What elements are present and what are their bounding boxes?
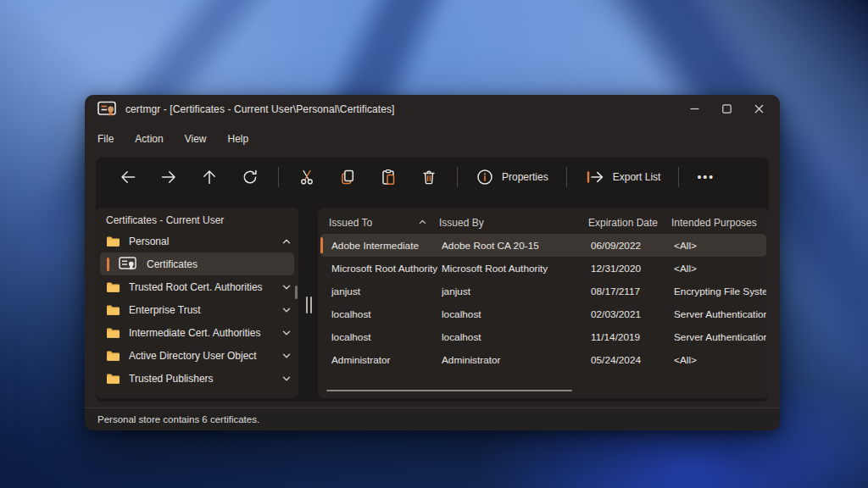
tree-item-trusted-publishers[interactable]: Trusted Publishers [96,367,298,390]
up-button[interactable] [201,169,218,186]
tree-item-chevron[interactable] [281,374,292,384]
cell-intended-purposes: Encrypting File System [674,286,766,297]
folder-icon [106,350,120,362]
tree-scrollbar-thumb[interactable] [295,286,298,299]
column-header-intended-purposes[interactable]: Intended Purposes [671,217,764,229]
content-zone: Properties Export List ••• Certificates … [96,158,769,402]
tree-item-label: Certificates [147,258,198,270]
cell-issued-to: Administrator [331,354,442,366]
tree-item-chevron[interactable] [281,282,292,292]
back-button[interactable] [120,169,136,186]
cell-issued-by: Adobe Root CA 20-15 [442,240,591,252]
horizontal-scrollbar-thumb[interactable] [326,390,572,391]
more-button[interactable]: ••• [697,170,715,184]
maximize-button[interactable] [710,95,743,123]
certmgr-window: certmgr - [Certificates - Current User\P… [85,95,780,430]
toolbar-separator [278,167,279,187]
refresh-icon [242,169,259,186]
certificate-icon [119,257,136,271]
toolbar: Properties Export List ••• [96,158,769,197]
cell-expiration-date: 02/03/2021 [591,308,674,320]
tree-item-active-directory-user-object[interactable]: Active Directory User Object [96,344,298,367]
up-icon [201,169,218,186]
toolbar-separator [457,167,458,187]
selection-indicator-bar [107,258,109,271]
properties-button[interactable]: Properties [476,168,548,186]
export-icon [585,169,605,186]
tree-list: PersonalCertificatesTrusted Root Cert. A… [96,230,298,390]
certificate-row-janjust[interactable]: janjustjanjust08/17/2117Encrypting File … [320,280,766,302]
more-icon: ••• [697,170,715,184]
chevron-down-icon [281,351,292,361]
minimize-button[interactable] [678,95,710,123]
maximize-icon [722,104,732,114]
cut-button[interactable] [298,169,315,186]
cell-issued-to: localhost [331,308,442,320]
forward-button[interactable] [160,169,177,186]
title-bar[interactable]: certmgr - [Certificates - Current User\P… [85,95,780,123]
tree-pane: Certificates - Current User PersonalCert… [96,208,298,398]
export-list-label: Export List [613,171,661,183]
minimize-icon [690,104,699,114]
cell-expiration-date: 06/09/2022 [591,240,674,252]
refresh-button[interactable] [242,169,259,186]
chevron-down-icon [281,305,292,315]
properties-icon [476,168,494,186]
tree-item-enterprise-trust[interactable]: Enterprise Trust [96,298,298,321]
tree-item-trusted-root-cert-authorities[interactable]: Trusted Root Cert. Authorities [96,275,298,298]
tree-root-node[interactable]: Certificates - Current User [106,214,224,226]
menu-bar: FileActionViewHelp [85,127,248,151]
chevron-up-icon [281,236,292,247]
cell-issued-to: Microsoft Root Authority [331,263,442,274]
status-text: Personal store contains 6 certificates. [97,414,259,424]
certificate-row-administrator[interactable]: AdministratorAdministrator05/24/2024<All… [320,348,766,371]
export-list-button[interactable]: Export List [585,169,661,186]
delete-icon [420,169,437,186]
tree-item-chevron[interactable] [281,328,292,338]
paste-icon [380,169,397,186]
delete-button[interactable] [420,169,437,186]
column-header-issued-by[interactable]: Issued By [439,217,588,229]
cell-expiration-date: 12/31/2020 [591,263,674,274]
certificates-table: Issued ToIssued ByExpiration DateIntende… [318,208,769,398]
copy-button[interactable] [339,169,356,186]
folder-icon [106,281,120,293]
certificate-row-microsoft-root-authority[interactable]: Microsoft Root AuthorityMicrosoft Root A… [320,257,766,280]
cell-issued-by: Administrator [442,354,591,366]
sort-ascending-icon [418,218,427,227]
paste-button[interactable] [380,169,397,186]
cell-issued-by: localhost [442,308,591,320]
certificate-row-localhost[interactable]: localhostlocalhost02/03/2021Server Authe… [320,302,766,325]
chevron-down-icon [281,374,292,384]
tree-item-chevron[interactable] [281,351,292,361]
chevron-down-icon [281,328,292,338]
tree-item-certificates[interactable]: Certificates [100,252,294,275]
cell-expiration-date: 11/14/2019 [591,331,674,343]
close-icon [754,104,764,114]
column-header-expiration-date[interactable]: Expiration Date [588,217,671,229]
cell-issued-by: Microsoft Root Authority [442,263,591,274]
menu-file[interactable]: File [97,133,114,145]
menu-view[interactable]: View [185,133,207,145]
desktop-wallpaper: certmgr - [Certificates - Current User\P… [0,0,868,488]
pane-splitter-handle[interactable] [306,297,314,313]
cell-intended-purposes: <All> [674,263,766,274]
certificate-row-adobe-intermediate[interactable]: Adobe IntermediateAdobe Root CA 20-1506/… [320,234,766,257]
close-button[interactable] [743,95,775,123]
tree-item-chevron[interactable] [281,236,292,247]
cell-expiration-date: 05/24/2024 [591,354,674,366]
window-title: certmgr - [Certificates - Current User\P… [125,103,395,115]
column-header-issued-to[interactable]: Issued To [329,217,439,229]
tree-item-intermediate-cert-authorities[interactable]: Intermediate Cert. Authorities [96,321,298,344]
menu-help[interactable]: Help [228,133,249,145]
cell-issued-by: localhost [442,331,591,343]
certificate-row-localhost[interactable]: localhostlocalhost11/14/2019Server Authe… [320,325,766,348]
toolbar-separator [566,167,567,187]
cell-issued-to: Adobe Intermediate [331,240,442,252]
folder-icon [106,373,120,385]
tree-item-chevron[interactable] [281,305,292,315]
tree-item-personal[interactable]: Personal [96,230,298,252]
cut-icon [298,169,315,186]
menu-action[interactable]: Action [135,133,163,145]
cell-issued-to: janjust [331,286,442,297]
